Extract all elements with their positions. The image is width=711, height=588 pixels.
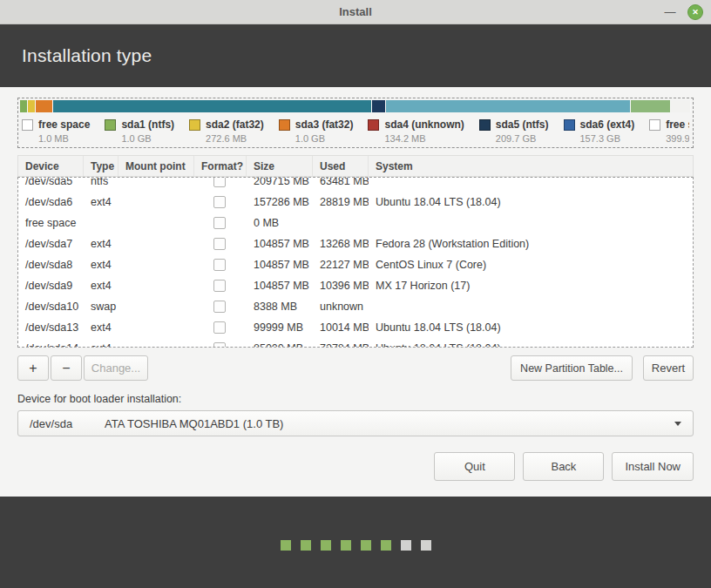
format-checkbox[interactable] [213, 196, 226, 208]
cell-device: /dev/sda13 [18, 321, 84, 334]
legend-item: sda6 (ext4)157.3 GB [564, 118, 635, 144]
table-row[interactable]: /dev/sda6ext4157286 MB28819 MBUbuntu 18.… [18, 192, 693, 213]
bootloader-device-dropdown[interactable]: /dev/sda ATA TOSHIBA MQ01ABD1 (1.0 TB) [17, 410, 694, 436]
install-now-button[interactable]: Install Now [612, 452, 694, 481]
format-checkbox[interactable] [213, 321, 226, 334]
cell-format [194, 196, 247, 209]
cell-size: 104857 MB [247, 280, 313, 292]
format-checkbox[interactable] [213, 259, 226, 271]
cell-size: 8388 MB [247, 301, 313, 313]
cell-device: /dev/sda14 [18, 342, 84, 348]
table-row[interactable]: /dev/sda8ext4104857 MB22127 MBCentOS Lin… [18, 254, 693, 275]
window-titlebar[interactable]: Install — ✕ [0, 0, 711, 24]
column-header[interactable]: System [369, 156, 693, 176]
cell-size: 209715 MB [247, 177, 313, 187]
cell-type: ext4 [84, 259, 118, 271]
legend-item: sda1 (ntfs)1.0 GB [105, 118, 174, 144]
cell-type: ext4 [84, 280, 118, 292]
remove-partition-button[interactable]: − [51, 355, 82, 381]
legend-item: sda5 (ntfs)209.7 GB [479, 118, 549, 144]
back-button[interactable]: Back [523, 452, 604, 481]
partition-bar-segment [36, 100, 53, 112]
revert-button[interactable]: Revert [643, 355, 694, 381]
format-checkbox[interactable] [213, 177, 226, 187]
cell-format [194, 301, 247, 314]
table-row[interactable]: /dev/sda10swap8388 MBunknown [18, 296, 693, 317]
change-partition-button[interactable]: Change... [84, 355, 148, 381]
partition-bar-segment [386, 100, 631, 112]
cell-size: 157286 MB [247, 196, 313, 208]
format-checkbox[interactable] [213, 217, 226, 229]
legend-item: sda2 (fat32)272.6 MB [189, 118, 264, 144]
cell-device: /dev/sda7 [18, 238, 84, 250]
legend-swatch [279, 119, 290, 131]
legend-size: 399.9 GB [666, 133, 689, 144]
new-partition-table-button[interactable]: New Partition Table... [511, 355, 633, 381]
main-content: free space1.0 MBsda1 (ntfs)1.0 GBsda2 (f… [0, 87, 711, 497]
legend-size: 272.6 MB [206, 133, 264, 144]
cell-device: /dev/sda8 [18, 259, 84, 271]
legend-item: sda3 (fat32)1.0 GB [279, 118, 354, 144]
legend-swatch [22, 119, 33, 131]
progress-dot [381, 540, 391, 551]
column-header[interactable]: Used [313, 156, 369, 176]
progress-dot [301, 540, 311, 551]
quit-button[interactable]: Quit [434, 452, 515, 481]
disk-usage-widget: free space1.0 MBsda1 (ntfs)1.0 GBsda2 (f… [17, 98, 694, 148]
table-body[interactable]: /dev/sda5ntfs209715 MB63481 MB/dev/sda6e… [17, 177, 694, 348]
cell-system: MX 17 Horizon (17) [369, 280, 693, 292]
toolbar-left-group: + − Change... [17, 355, 148, 381]
progress-dot [281, 540, 291, 551]
partition-bar-segment [671, 100, 691, 112]
column-header[interactable]: Device [18, 156, 84, 176]
format-checkbox[interactable] [213, 342, 226, 348]
bootloader-label: Device for boot loader installation: [17, 393, 694, 405]
progress-dot [321, 540, 331, 551]
cell-type: ext4 [84, 238, 118, 250]
partition-bar-segment [20, 100, 28, 112]
legend-label: sda4 (unknown) [384, 118, 464, 131]
partition-bar [20, 100, 691, 112]
close-button[interactable]: ✕ [687, 4, 703, 20]
cell-used: 10014 MB [313, 321, 369, 334]
minimize-button[interactable]: — [663, 8, 677, 17]
partition-bar-segment [53, 100, 372, 112]
partition-bar-segment [28, 100, 36, 112]
cell-system: Ubuntu 18.04 LTS (18.04) [369, 342, 693, 348]
table-row[interactable]: /dev/sda5ntfs209715 MB63481 MB [18, 177, 693, 192]
format-checkbox[interactable] [213, 238, 226, 250]
window-title: Install [339, 5, 372, 18]
legend-swatch [564, 119, 575, 131]
cell-size: 0 MB [247, 217, 313, 229]
column-header[interactable]: Mount point [118, 156, 194, 176]
cell-size: 85000 MB [247, 342, 313, 348]
column-header[interactable]: Format? [194, 156, 247, 176]
table-row[interactable]: /dev/sda7ext4104857 MB13268 MBFedora 28 … [18, 233, 693, 254]
format-checkbox[interactable] [213, 280, 226, 292]
column-header[interactable]: Type [84, 156, 118, 176]
cell-format [194, 238, 247, 251]
cell-used: 63481 MB [313, 177, 369, 187]
legend-label: sda2 (fat32) [206, 118, 264, 131]
progress-dot [401, 540, 411, 551]
cell-format [194, 259, 247, 272]
bootloader-device-description: ATA TOSHIBA MQ01ABD1 (1.0 TB) [105, 417, 283, 430]
legend-item: free space1.0 MB [22, 118, 90, 144]
cell-used: 22127 MB [313, 259, 369, 271]
column-header[interactable]: Size [247, 156, 313, 176]
legend-label: sda1 (ntfs) [121, 118, 174, 131]
table-row[interactable]: /dev/sda9ext4104857 MB10396 MBMX 17 Hori… [18, 275, 693, 296]
add-partition-button[interactable]: + [17, 355, 49, 381]
legend-swatch [479, 119, 491, 131]
cell-device: /dev/sda9 [18, 280, 84, 292]
table-row[interactable]: /dev/sda13ext499999 MB10014 MBUbuntu 18.… [18, 317, 693, 338]
action-buttons: Quit Back Install Now [17, 452, 694, 481]
legend-item: sda4 (unknown)134.2 MB [368, 118, 464, 144]
format-checkbox[interactable] [213, 301, 226, 313]
toolbar-right-group: New Partition Table... Revert [511, 355, 694, 381]
table-row[interactable]: /dev/sda14ext485000 MB72784 MBUbuntu 18.… [18, 338, 693, 348]
cell-used: 13268 MB [313, 238, 369, 250]
table-row[interactable]: free space0 MB [18, 213, 693, 233]
legend-label: free space [38, 118, 90, 131]
legend-swatch [368, 119, 379, 131]
